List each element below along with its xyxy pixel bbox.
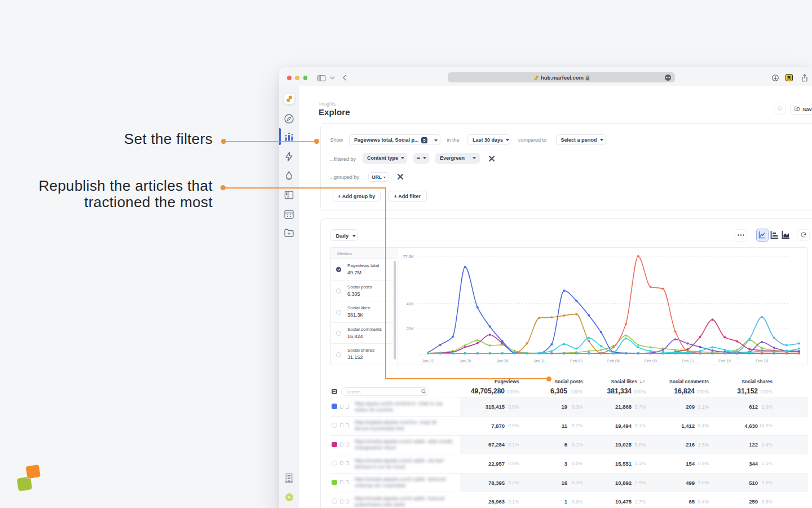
- svg-text:Feb 12: Feb 12: [682, 359, 694, 363]
- svg-text:40K: 40K: [407, 301, 414, 306]
- svg-text:Feb 03: Feb 03: [570, 359, 582, 363]
- svg-text:Jan 25: Jan 25: [459, 359, 471, 363]
- svg-text:77.3K: 77.3K: [403, 254, 414, 259]
- svg-text:Feb 06: Feb 06: [607, 359, 620, 363]
- svg-text:Jan 31: Jan 31: [533, 359, 545, 363]
- svg-text:Jan 28: Jan 28: [496, 359, 508, 363]
- svg-text:Feb 15: Feb 15: [718, 359, 731, 363]
- svg-text:Feb 18: Feb 18: [756, 359, 768, 363]
- svg-text:Feb 09: Feb 09: [645, 359, 657, 363]
- svg-text:Jan 22: Jan 22: [422, 359, 434, 363]
- svg-text:20K: 20K: [407, 326, 414, 331]
